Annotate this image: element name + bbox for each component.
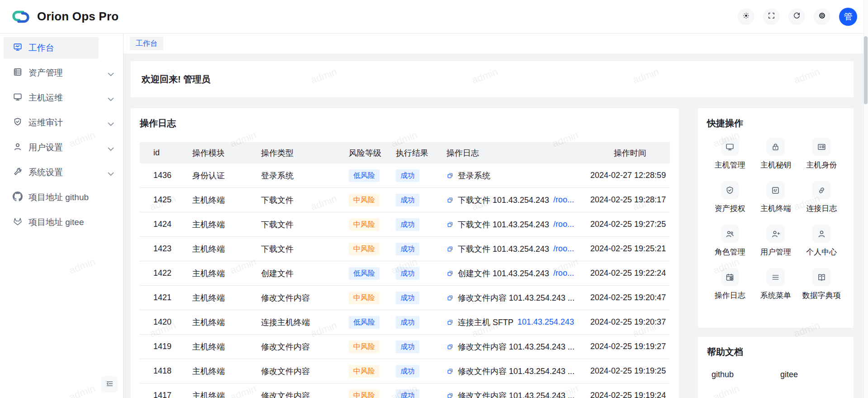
quick-action[interactable]: 主机秘钥 bbox=[760, 138, 791, 170]
app-title: Orion Ops Pro bbox=[37, 10, 119, 24]
log-link[interactable]: /roo... bbox=[553, 244, 574, 254]
cell-type: 下载文件 bbox=[261, 244, 349, 254]
refresh-button[interactable] bbox=[788, 9, 805, 25]
cell-id: 1417 bbox=[140, 391, 192, 398]
cell-module: 主机终端 bbox=[192, 293, 261, 303]
copy-icon[interactable] bbox=[446, 245, 454, 253]
result-badge: 成功 bbox=[396, 365, 419, 378]
quick-action[interactable]: 操作日志 bbox=[715, 268, 745, 301]
sidebar-item[interactable]: 主机运维 bbox=[4, 87, 99, 109]
quick-action[interactable]: 角色管理 bbox=[715, 225, 745, 257]
quick-action[interactable]: 主机终端 bbox=[760, 181, 791, 214]
quick-action[interactable]: 主机身份 bbox=[806, 138, 837, 170]
operation-log-card: 操作日志 id 操作模块 操作类型 风险等级 执行结果 操作日志 操作时间 1 bbox=[131, 108, 679, 398]
welcome-banner: 欢迎回来! 管理员 bbox=[131, 61, 854, 97]
copy-icon[interactable] bbox=[446, 392, 454, 398]
fullscreen-button[interactable] bbox=[763, 9, 779, 25]
copy-icon[interactable] bbox=[446, 343, 454, 350]
sidebar-item[interactable]: 运维审计 bbox=[4, 112, 99, 134]
cell-type: 连接主机终端 bbox=[261, 317, 349, 328]
cell-type: 修改文件内容 bbox=[261, 293, 349, 303]
sidebar-item-icon bbox=[13, 142, 23, 154]
result-badge: 成功 bbox=[396, 218, 419, 231]
quick-action-icon bbox=[721, 138, 739, 156]
help-link[interactable]: gitee bbox=[776, 370, 844, 379]
copy-icon[interactable] bbox=[446, 368, 454, 375]
quick-action-icon bbox=[767, 181, 785, 199]
quick-action[interactable]: 用户管理 bbox=[760, 225, 791, 257]
user-avatar[interactable]: 管 bbox=[839, 8, 857, 26]
result-badge: 成功 bbox=[396, 340, 419, 353]
tab-workbench[interactable]: 工作台 bbox=[130, 37, 163, 50]
quick-action-label: 主机终端 bbox=[760, 203, 791, 214]
cell-type: 创建文件 bbox=[261, 268, 349, 279]
column-header-risk: 风险等级 bbox=[349, 148, 396, 158]
log-text: 修改文件内容 101.43.254.243 ... bbox=[458, 293, 574, 303]
column-header-id: id bbox=[140, 148, 192, 158]
column-header-type: 操作类型 bbox=[261, 148, 349, 158]
copy-icon[interactable] bbox=[446, 270, 454, 277]
log-link[interactable]: /roo... bbox=[553, 269, 574, 278]
result-badge: 成功 bbox=[396, 389, 419, 398]
cell-id: 1419 bbox=[140, 342, 192, 351]
copy-icon[interactable] bbox=[446, 197, 454, 204]
quick-action-label: 连接日志 bbox=[806, 203, 837, 214]
log-link[interactable]: 101.43.254.243 bbox=[517, 317, 574, 327]
cell-module: 主机终端 bbox=[192, 366, 261, 377]
log-text: 连接主机 SFTP bbox=[458, 317, 513, 328]
scrollbar-thumb[interactable] bbox=[864, 36, 868, 104]
quick-action[interactable]: 主机管理 bbox=[715, 138, 745, 170]
help-docs-title: 帮助文档 bbox=[707, 346, 844, 358]
cell-log: 修改文件内容 101.43.254.243 ... bbox=[446, 366, 590, 377]
sidebar-item-label: 项目地址 github bbox=[28, 192, 89, 203]
table-row: 1422 主机终端 创建文件 低风险 成功 创建文件 101.43.254.24… bbox=[140, 261, 670, 286]
copy-icon[interactable] bbox=[446, 294, 454, 302]
sidebar-item[interactable]: 项目地址 github bbox=[4, 187, 99, 208]
sidebar-item[interactable]: 资产管理 bbox=[4, 62, 99, 84]
app-header: Orion Ops Pro 管 bbox=[0, 0, 868, 34]
quick-action-icon bbox=[767, 138, 785, 156]
table-row: 1424 主机终端 下载文件 中风险 成功 下载文件 101.43.254.24… bbox=[140, 212, 670, 237]
quick-action[interactable]: 数据字典项 bbox=[802, 268, 841, 301]
help-link[interactable]: github bbox=[707, 370, 776, 379]
chevron-down-icon bbox=[106, 94, 113, 101]
quick-action-icon bbox=[721, 225, 739, 243]
sidebar: 工作台 资产管理 主机运维 bbox=[0, 34, 123, 398]
log-link[interactable]: /roo... bbox=[553, 195, 574, 205]
result-badge: 成功 bbox=[396, 316, 419, 329]
sidebar-collapse-button[interactable] bbox=[101, 376, 118, 393]
cell-type: 修改文件内容 bbox=[261, 390, 349, 398]
sidebar-item[interactable]: 系统设置 bbox=[4, 162, 99, 183]
copy-icon[interactable] bbox=[446, 221, 454, 228]
sidebar-item-label: 工作台 bbox=[28, 42, 54, 54]
cell-time: 2024-02-25 19:25:21 bbox=[590, 244, 670, 254]
log-link[interactable]: /roo... bbox=[553, 220, 574, 229]
quick-action-icon bbox=[812, 181, 830, 199]
quick-action[interactable]: 资产授权 bbox=[715, 181, 745, 214]
chevron-down-icon bbox=[106, 169, 113, 176]
quick-action[interactable]: 系统菜单 bbox=[760, 268, 791, 301]
copy-icon[interactable] bbox=[446, 319, 454, 326]
risk-badge: 中风险 bbox=[349, 194, 379, 206]
log-text: 登录系统 bbox=[458, 170, 490, 181]
sidebar-item[interactable]: 工作台 bbox=[4, 37, 99, 59]
settings-button[interactable] bbox=[814, 9, 830, 25]
cell-id: 1420 bbox=[140, 317, 192, 327]
page-scrollbar bbox=[863, 0, 868, 398]
sidebar-item[interactable]: 用户设置 bbox=[4, 137, 99, 158]
app-logo[interactable]: Orion Ops Pro bbox=[11, 9, 119, 25]
cell-log: 修改文件内容 101.43.254.243 ... bbox=[446, 293, 590, 303]
log-text: 创建文件 101.43.254.243 bbox=[458, 268, 549, 279]
result-badge: 成功 bbox=[396, 292, 419, 304]
quick-action[interactable]: 连接日志 bbox=[806, 181, 837, 214]
cell-id: 1418 bbox=[140, 366, 192, 376]
cell-log: 登录系统 bbox=[446, 170, 590, 181]
chevron-down-icon bbox=[106, 119, 113, 126]
sidebar-item[interactable]: 项目地址 gitee bbox=[4, 211, 99, 233]
cell-id: 1422 bbox=[140, 269, 192, 278]
cell-type: 下载文件 bbox=[261, 219, 349, 230]
help-links: github gitee bbox=[707, 370, 844, 379]
copy-icon[interactable] bbox=[446, 172, 454, 179]
theme-toggle-button[interactable] bbox=[738, 9, 754, 25]
quick-action[interactable]: 个人中心 bbox=[806, 225, 837, 257]
